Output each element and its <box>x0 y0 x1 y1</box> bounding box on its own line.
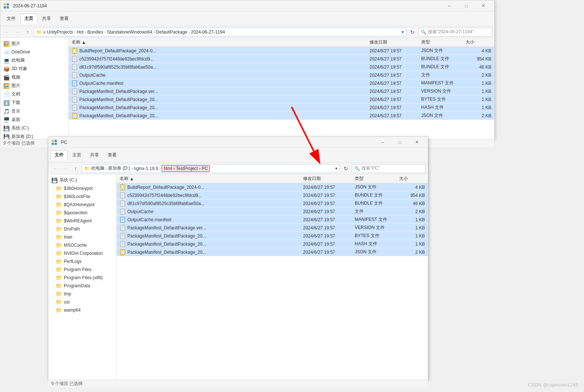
bottom-back-button[interactable]: ← <box>51 164 59 173</box>
bottom-address-box[interactable]: 📁 此电脑 › 新加卷 (D:) › nginx-1.19.9 › html ›… <box>82 164 340 173</box>
music-icon: 🎵 <box>3 108 9 114</box>
col-header-name[interactable]: 名称 ▲ <box>72 39 370 45</box>
bottom-sidebar-item-qaxhoneypot[interactable]: 📁 $QAXHoneypot <box>48 201 116 209</box>
bottom-tab-view[interactable]: 查看 <box>104 150 121 160</box>
top-file-row-6[interactable]: PackageManifest_DefaultPackage_20... 202… <box>69 96 494 104</box>
forward-button[interactable]: → <box>13 28 22 37</box>
bottom-col-header-size[interactable]: 大小 <box>399 176 425 182</box>
bottom-file-row-2[interactable]: d61c97df590af8525c35bf8fab6ae50a... 2024… <box>117 200 428 208</box>
bottom-file-name-7: PackageManifest_DefaultPackage_20... <box>127 242 206 247</box>
top-file-row-2[interactable]: d61c97df590af8525c35bf8fab6ae50a... 2024… <box>69 63 494 71</box>
bottom-file-name-0: BuildReport_DefaultPackage_2024-0... <box>127 185 204 190</box>
sidebar-item-thispc[interactable]: 💻 此电脑 <box>0 56 68 65</box>
bottom-tab-share[interactable]: 共享 <box>86 150 103 160</box>
sidebar-label-c: 系统 (C:) <box>11 125 29 131</box>
sidebar-item-pictures[interactable]: 🖼️ 图片 <box>0 39 68 48</box>
file-date-1: 2024/6/27 19:57 <box>370 56 421 62</box>
top-file-row-3[interactable]: OutputCache 2024/6/27 19:57 文件 2 KB <box>69 71 494 79</box>
bottom-maximize-button[interactable]: □ <box>392 137 408 148</box>
bottom-sidebar-item-perflogs[interactable]: 📁 PerfLogs <box>48 257 116 266</box>
bottom-minimize-button[interactable]: ─ <box>375 137 391 148</box>
bottom-folder-icon: 📁 <box>84 166 90 171</box>
tab-view[interactable]: 查看 <box>56 14 73 24</box>
bottom-sidebar-item-msocache[interactable]: 📁 MSOCache <box>48 241 116 249</box>
bottom-file-name-6: PackageManifest_DefaultPackage_20... <box>127 233 206 239</box>
top-file-row-5[interactable]: PackageManifest_DefaultPackage.ver... 20… <box>69 87 494 96</box>
col-header-date[interactable]: 修改日期 <box>370 39 421 45</box>
address-box[interactable]: 📁 « UnityProjects › Hot › Bundles › Stan… <box>34 28 406 37</box>
top-file-row-0[interactable]: {} BuildReport_DefaultPackage_2024-0... … <box>69 47 494 55</box>
bottom-sidebar-item-qaxsection[interactable]: 📁 $qaxsection <box>48 209 116 217</box>
refresh-button[interactable]: ↻ <box>408 28 417 37</box>
bottom-file-row-0[interactable]: {} BuildReport_DefaultPackage_2024-0... … <box>117 183 428 191</box>
tmp-icon: 📁 <box>56 291 62 297</box>
bottom-tab-home[interactable]: 主页 <box>68 150 85 160</box>
bottom-sidebar-item-winreagent[interactable]: 📁 $WinREAgent <box>48 217 116 225</box>
bottom-sidebar-item-360lockfile[interactable]: 📁 $360LockFile <box>48 192 116 201</box>
top-file-row-7[interactable]: PackageManifest_DefaultPackage_20... 202… <box>69 104 494 112</box>
minimize-button[interactable]: ─ <box>441 1 457 11</box>
top-file-row-4[interactable]: OutputCache.manifest 2024/6/27 19:57 MAN… <box>69 79 494 87</box>
maximize-button[interactable]: □ <box>458 1 474 11</box>
sidebar-item-downloads[interactable]: ⬇️ 下载 <box>0 98 68 107</box>
sidebar-item-c[interactable]: 💾 系统 (C:) <box>0 124 68 132</box>
bottom-sidebar-item-programfiles[interactable]: 📁 Program Files <box>48 266 116 274</box>
bottom-address-dropdown[interactable]: ▾ <box>335 166 337 171</box>
bottom-sidebar-item-nvidia[interactable]: 📁 NVIDIA Corporation <box>48 249 116 257</box>
top-file-row-8[interactable]: {} PackageManifest_DefaultPackage_20... … <box>69 112 494 120</box>
bottom-close-button[interactable]: ✕ <box>409 137 425 148</box>
sidebar-item-3dobjects[interactable]: 📦 3D 对象 <box>0 65 68 73</box>
sidebar-item-documents[interactable]: 📄 文档 <box>0 90 68 98</box>
csdn-watermark: CSDN @capricorn1245 <box>528 382 578 388</box>
bottom-file-icon-0: {} <box>120 184 126 190</box>
bottom-sidebar-item-c[interactable]: 💾 系统 (C:) <box>48 176 116 184</box>
bottom-file-row-3[interactable]: OutputCache 2024/6/27 19:57 文件 2 KB <box>117 208 428 216</box>
sidebar-item-video[interactable]: 🎬 视频 <box>0 73 68 81</box>
top-file-row-1[interactable]: c5239942d757f2448de92bec9fdcd9... 2024/6… <box>69 55 494 63</box>
bottom-file-row-4[interactable]: OutputCache.manifest 2024/6/27 19:57 MAN… <box>117 216 428 224</box>
bottom-file-row-6[interactable]: PackageManifest_DefaultPackage_20... 202… <box>117 232 428 240</box>
bottom-col-header-name[interactable]: 名称 ▲ <box>120 176 303 182</box>
file-date-4: 2024/6/27 19:57 <box>370 81 421 86</box>
bottom-tab-file[interactable]: 文件 <box>51 150 68 160</box>
sidebar-item-music[interactable]: 🎵 音乐 <box>0 107 68 115</box>
top-search-box[interactable]: 🔍 搜索"2024-06-27-1194" <box>418 28 492 37</box>
bottom-file-row-5[interactable]: PackageManifest_DefaultPackage.ver... 20… <box>117 224 428 232</box>
top-titlebar: 2024-06-27-1194 ─ □ ✕ <box>0 0 494 11</box>
col-header-size[interactable]: 大小 <box>466 39 491 45</box>
bottom-forward-button[interactable]: → <box>61 164 70 173</box>
bottom-sidebar-item-programfilesx86[interactable]: 📁 Program Files (x86) <box>48 274 116 282</box>
bottom-col-header-type[interactable]: 类型 <box>355 176 399 182</box>
bottom-sidebar-label-c: 系统 (C:) <box>59 177 77 183</box>
bottom-search-box[interactable]: 🔍 搜索"PC" <box>352 164 426 173</box>
file-date-6: 2024/6/27 19:57 <box>370 97 421 102</box>
sidebar-item-onedrive[interactable]: ☁️ OneDrive <box>0 48 68 56</box>
bottom-sidebar-item-drvpath[interactable]: 📁 DrvPath <box>48 225 116 233</box>
bottom-window: PC ─ □ ✕ 文件 主页 共享 查看 ← → ↑ 📁 此电脑 › 新加卷 (… <box>48 136 428 380</box>
bottom-file-row-8[interactable]: {} PackageManifest_DefaultPackage_20... … <box>117 248 428 256</box>
back-button[interactable]: ← <box>3 28 11 37</box>
bottom-sidebar-item-tmp[interactable]: 📁 tmp <box>48 290 116 298</box>
bottom-sidebar-item-usr[interactable]: 📁 usr <box>48 298 116 306</box>
bottom-file-date-7: 2024/6/27 19:57 <box>303 242 355 247</box>
bottom-refresh-button[interactable]: ↻ <box>341 164 350 173</box>
bottom-col-header-date[interactable]: 修改日期 <box>303 176 355 182</box>
bottom-up-button[interactable]: ↑ <box>71 164 80 173</box>
bottom-sidebar-item-intel[interactable]: 📁 Intel <box>48 233 116 241</box>
col-header-type[interactable]: 类型 <box>421 39 466 45</box>
tab-file[interactable]: 文件 <box>3 14 20 24</box>
svg-rect-38 <box>52 143 54 145</box>
close-button[interactable]: ✕ <box>475 1 491 11</box>
bottom-file-row-1[interactable]: c5239942d757f2448de92bec9fdcd9... 2024/6… <box>117 191 428 200</box>
tab-home[interactable]: 主页 <box>20 14 37 24</box>
tab-share[interactable]: 共享 <box>38 14 55 24</box>
sidebar-item-desktop[interactable]: 🖥️ 桌面 <box>0 115 68 124</box>
sidebar-item-pictures2[interactable]: 🖼️ 图片 <box>0 81 68 90</box>
bottom-sidebar: 💾 系统 (C:) 📁 $360Honeypot 📁 $360LockFile … <box>48 174 117 379</box>
up-button[interactable]: ↑ <box>23 28 32 37</box>
bottom-file-row-7[interactable]: PackageManifest_DefaultPackage_20... 202… <box>117 240 428 248</box>
bottom-sidebar-item-wamp64[interactable]: 📁 wamp64 <box>48 306 116 314</box>
bottom-sidebar-item-programdata[interactable]: 📁 ProgramData <box>48 282 116 290</box>
address-dropdown[interactable]: ▾ <box>402 30 404 35</box>
bottom-sidebar-item-360honeypot[interactable]: 📁 $360Honeypot <box>48 184 116 192</box>
